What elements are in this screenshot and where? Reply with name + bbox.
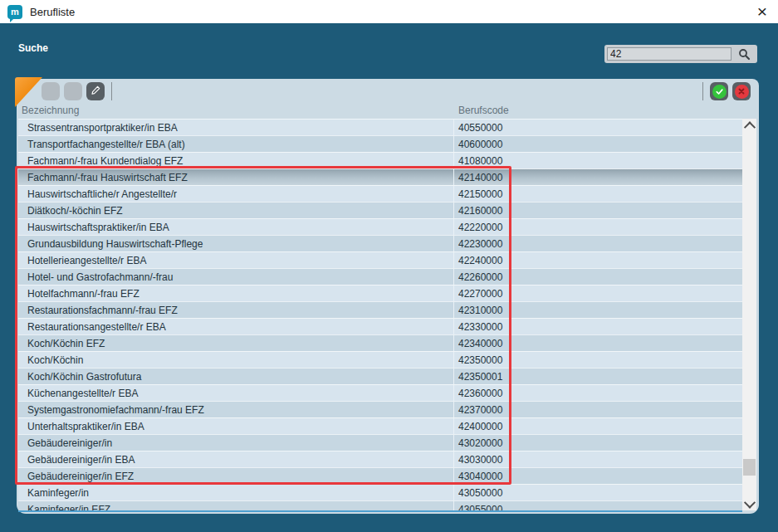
cell-berufscode: 43040000 [454,471,502,482]
cell-bezeichnung: Koch/Köchin EFZ [18,338,453,349]
cell-berufscode: 42360000 [454,388,502,399]
toolbar-separator [111,82,112,100]
cell-bezeichnung: Restaurationsfachmann/-frau EFZ [18,305,453,316]
table-row[interactable]: Gebäudereiniger/in EFZ43040000 [18,467,742,484]
toolbar-separator [702,82,703,100]
column-header-berufscode[interactable]: Berufscode [458,105,509,116]
cell-bezeichnung: Koch/Köchin Gastrofutura [18,371,453,383]
search-label: Suche [18,42,48,54]
table-row[interactable]: Diätkoch/-köchin EFZ42160000 [18,202,742,218]
cell-berufscode: 42350001 [454,371,502,383]
cell-bezeichnung: Restaurationsangestellte/r EBA [18,321,453,333]
vertical-scrollbar[interactable] [742,119,756,510]
cell-berufscode: 42220000 [454,222,502,233]
table-row[interactable]: Unterhaltspraktiker/in EBA42400000 [18,417,742,434]
close-icon[interactable]: × [751,1,773,22]
search-input[interactable] [607,47,732,61]
content-panel: Bezeichnung Berufscode Strassentransport… [17,79,759,514]
window-title: Berufliste [30,6,75,18]
cell-berufscode: 40600000 [454,139,502,150]
x-icon [735,85,749,99]
cell-berufscode: 42310000 [454,305,502,316]
cell-bezeichnung: Gebäudereiniger/in EFZ [18,471,453,482]
column-header-bezeichnung[interactable]: Bezeichnung [22,105,79,116]
table-row[interactable]: Koch/Köchin EFZ42340000 [18,334,742,351]
berufliste-window: m Berufliste × Suche [0,0,778,532]
cell-berufscode: 42400000 [454,421,502,432]
cell-berufscode: 42140000 [454,172,502,183]
table-row[interactable]: Systemgastronomiefachmann/-frau EFZ42370… [18,401,742,417]
check-icon [712,85,727,99]
confirm-button[interactable] [710,82,728,100]
table-row[interactable]: Grundausbildung Hauswirtschaft-Pflege422… [18,235,742,251]
cell-bezeichnung: Diätkoch/-köchin EFZ [18,205,453,217]
cell-bezeichnung: Grundausbildung Hauswirtschaft-Pflege [18,238,453,250]
table-row[interactable]: Hotel- und Gastrofachmann/-frau42260000 [18,268,742,285]
cell-bezeichnung: Hotelfachmann/-frau EFZ [18,288,453,300]
cell-bezeichnung: Hotellerieangestellte/r EBA [18,255,453,266]
cell-berufscode: 42330000 [454,321,502,333]
cell-berufscode: 42230000 [454,238,502,250]
cell-bezeichnung: Unterhaltspraktiker/in EBA [18,421,453,432]
cell-bezeichnung: Fachmann/-frau Kundendialog EFZ [18,155,453,167]
cell-bezeichnung: Küchenangestellte/r EBA [18,388,453,399]
pencil-icon [90,85,101,99]
cell-berufscode: 43030000 [454,454,502,466]
table-row[interactable]: Gebäudereiniger/in43020000 [18,434,742,451]
table-row[interactable]: Gebäudereiniger/in EBA43030000 [18,451,742,467]
table-body: Strassentransportpraktiker/in EBA4055000… [18,119,742,512]
cell-berufscode: 41080000 [454,155,502,167]
scrollbar-thumb[interactable] [743,459,756,476]
scroll-up-icon[interactable] [742,119,756,133]
scroll-down-icon[interactable] [742,496,756,510]
cell-berufscode: 42340000 [454,338,502,349]
cell-bezeichnung: Gebäudereiniger/in EBA [18,454,453,466]
cell-bezeichnung: Systemgastronomiefachmann/-frau EFZ [18,404,453,416]
cell-berufscode: 42270000 [454,288,502,300]
cell-berufscode: 42260000 [454,271,502,283]
cell-berufscode: 42150000 [454,188,502,200]
title-bar: m Berufliste × [0,0,778,23]
table-row[interactable]: Transportfachangestellte/r EBA (alt)4060… [18,135,742,152]
table-row[interactable]: Koch/Köchin42350000 [18,351,742,368]
cell-bezeichnung: Strassentransportpraktiker/in EBA [18,122,453,134]
toolbar [42,81,751,101]
table-row[interactable]: Hauswirtschaftliche/r Angestellte/r42150… [18,185,742,202]
edit-button[interactable] [86,82,105,100]
cell-bezeichnung: Hauswirtschaftspraktiker/in EBA [18,222,453,233]
cell-bezeichnung: Gebäudereiniger/in [18,437,453,449]
cell-bezeichnung: Hauswirtschaftliche/r Angestellte/r [18,188,453,200]
toolbar-blank-button-1[interactable] [42,82,60,100]
cell-berufscode: 40550000 [454,122,502,134]
cell-berufscode: 43020000 [454,437,502,449]
corner-fold-icon [15,77,42,107]
table-row[interactable]: Restaurationsangestellte/r EBA42330000 [18,318,742,334]
table-row[interactable]: Strassentransportpraktiker/in EBA4055000… [18,119,742,135]
cell-berufscode: 43055000 [454,504,502,513]
table-row[interactable]: Kaminfeger/in EFZ43055000 [18,500,742,512]
table-row[interactable]: Hotelfachmann/-frau EFZ42270000 [18,285,742,301]
table-row[interactable]: Küchenangestellte/r EBA42360000 [18,384,742,401]
toolbar-blank-button-2[interactable] [64,82,82,100]
table-row[interactable]: Kaminfeger/in43050000 [18,484,742,500]
table-row[interactable]: Hotellerieangestellte/r EBA42240000 [18,251,742,268]
app-logo-icon: m [7,5,22,19]
cancel-button[interactable] [732,82,751,100]
table-row[interactable]: Fachmann/-frau Hauswirtschaft EFZ4214000… [18,168,742,185]
table-row[interactable]: Hauswirtschaftspraktiker/in EBA42220000 [18,218,742,235]
cell-bezeichnung: Koch/Köchin [18,354,453,366]
cell-bezeichnung: Hotel- und Gastrofachmann/-frau [18,271,453,283]
table-row[interactable]: Restaurationsfachmann/-frau EFZ42310000 [18,301,742,318]
cell-bezeichnung: Kaminfeger/in [18,487,453,499]
cell-berufscode: 43050000 [454,487,502,499]
cell-berufscode: 42370000 [454,404,502,416]
cell-bezeichnung: Transportfachangestellte/r EBA (alt) [18,139,453,150]
search-icon[interactable] [736,47,753,61]
cell-berufscode: 42350000 [454,354,502,366]
cell-berufscode: 42240000 [454,255,502,266]
cell-berufscode: 42160000 [454,205,502,217]
table-row[interactable]: Koch/Köchin Gastrofutura42350001 [18,368,742,384]
table-row[interactable]: Fachmann/-frau Kundendialog EFZ41080000 [18,152,742,168]
cell-bezeichnung: Fachmann/-frau Hauswirtschaft EFZ [18,172,453,183]
cell-bezeichnung: Kaminfeger/in EFZ [18,504,453,513]
